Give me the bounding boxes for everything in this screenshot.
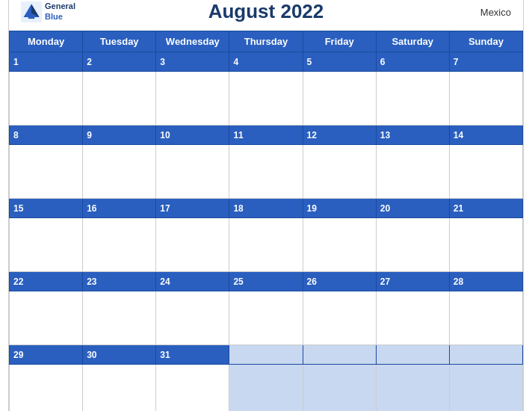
date-cell: 3 <box>156 52 229 72</box>
date-cell: 26 <box>303 272 376 291</box>
date-cell: 13 <box>376 126 449 145</box>
date-content-cell <box>303 72 376 126</box>
date-content-cell <box>10 72 83 126</box>
date-content-cell <box>10 291 83 345</box>
date-content-cell <box>229 72 303 126</box>
weekday-header-row: Monday Tuesday Wednesday Thursday Friday… <box>10 31 523 52</box>
date-content-cell <box>83 72 156 126</box>
date-cell: 22 <box>10 272 83 291</box>
date-number: 8 <box>13 130 19 140</box>
weekday-thursday: Thursday <box>229 31 303 52</box>
date-number: 25 <box>233 276 243 287</box>
generalblue-logo-icon <box>21 1 42 22</box>
date-cell: 1 <box>10 52 83 72</box>
calendar-container: General Blue August 2022 Mexico Monday T… <box>8 0 524 411</box>
date-content-cell <box>156 72 229 126</box>
date-content-cell <box>303 291 376 345</box>
date-number: 24 <box>160 276 170 287</box>
date-number-row: 15161718192021 <box>10 199 523 218</box>
date-number: 19 <box>307 203 317 214</box>
date-content-row <box>10 218 523 272</box>
date-number-row: 1234567 <box>10 52 523 72</box>
weekday-friday: Friday <box>303 31 376 52</box>
weekday-wednesday: Wednesday <box>156 31 229 52</box>
date-cell: 27 <box>376 272 449 291</box>
date-number: 16 <box>87 203 96 214</box>
date-content-cell <box>376 365 449 412</box>
date-number: 12 <box>307 130 317 140</box>
date-content-cell <box>229 365 303 412</box>
date-cell: 4 <box>229 52 303 72</box>
date-number: 1 <box>13 57 19 67</box>
weekday-monday: Monday <box>10 31 83 52</box>
date-number: 26 <box>307 276 317 287</box>
date-content-cell <box>303 218 376 272</box>
weekday-sunday: Sunday <box>449 31 522 52</box>
date-cell: 31 <box>156 345 229 365</box>
logo-area: General Blue <box>21 1 75 22</box>
date-cell: 24 <box>156 272 229 291</box>
date-number: 21 <box>454 203 463 214</box>
date-content-cell <box>303 145 376 199</box>
date-number: 30 <box>87 350 96 360</box>
date-cell: 11 <box>229 126 303 145</box>
date-number: 22 <box>13 276 23 287</box>
date-cell <box>303 345 376 365</box>
date-cell: 10 <box>156 126 229 145</box>
month-title: August 2022 <box>208 0 324 23</box>
date-number: 13 <box>380 130 390 140</box>
date-number: 17 <box>160 203 170 214</box>
date-cell: 14 <box>449 126 522 145</box>
date-content-cell <box>156 218 229 272</box>
date-content-row <box>10 145 523 199</box>
date-content-cell <box>229 291 303 345</box>
weekday-saturday: Saturday <box>376 31 449 52</box>
date-content-row <box>10 291 523 345</box>
date-cell: 6 <box>376 52 449 72</box>
date-content-cell <box>229 218 303 272</box>
date-content-cell <box>376 291 449 345</box>
date-content-cell <box>156 291 229 345</box>
date-cell <box>229 345 303 365</box>
date-cell: 29 <box>10 345 83 365</box>
date-content-cell <box>156 365 229 412</box>
date-number-row: 891011121314 <box>10 126 523 145</box>
date-content-cell <box>449 218 522 272</box>
date-content-cell <box>83 218 156 272</box>
date-number-row: 22232425262728 <box>10 272 523 291</box>
date-content-cell <box>10 145 83 199</box>
date-number: 14 <box>454 130 463 140</box>
date-content-cell <box>83 365 156 412</box>
date-cell: 17 <box>156 199 229 218</box>
date-content-cell <box>83 291 156 345</box>
date-content-cell <box>449 145 522 199</box>
date-cell: 16 <box>83 199 156 218</box>
svg-rect-3 <box>28 16 34 18</box>
date-number: 28 <box>454 276 463 287</box>
date-content-cell <box>449 291 522 345</box>
date-cell: 20 <box>376 199 449 218</box>
date-number: 27 <box>380 276 390 287</box>
date-number: 23 <box>87 276 96 287</box>
date-number: 5 <box>307 57 312 67</box>
date-cell: 19 <box>303 199 376 218</box>
date-cell: 8 <box>10 126 83 145</box>
date-number: 6 <box>380 57 386 67</box>
date-content-cell <box>449 365 522 412</box>
date-number: 9 <box>87 130 92 140</box>
date-content-cell <box>376 145 449 199</box>
logo-text: General Blue <box>45 1 75 21</box>
calendar-header: General Blue August 2022 Mexico <box>9 0 523 31</box>
date-content-cell <box>376 72 449 126</box>
date-cell: 15 <box>10 199 83 218</box>
date-cell: 25 <box>229 272 303 291</box>
date-cell: 7 <box>449 52 522 72</box>
date-number-row: 293031 <box>10 345 523 365</box>
date-content-row <box>10 72 523 126</box>
date-number: 4 <box>233 57 238 67</box>
date-content-cell <box>10 365 83 412</box>
date-number: 31 <box>160 350 170 360</box>
date-content-cell <box>303 365 376 412</box>
date-number: 10 <box>160 130 170 140</box>
date-cell: 18 <box>229 199 303 218</box>
